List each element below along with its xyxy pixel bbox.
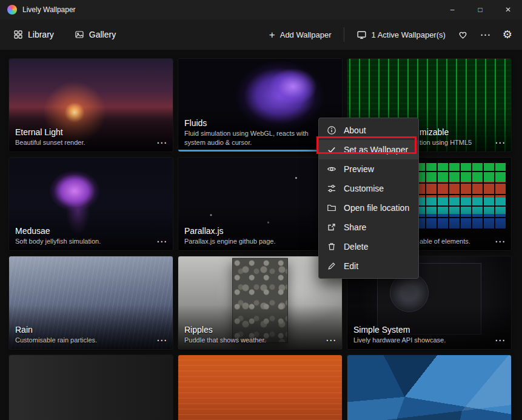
eye-icon — [327, 164, 336, 174]
wallpaper-card-parallax[interactable]: Parallax.js Parallax.js engine github pa… — [178, 158, 342, 250]
card-subtitle: able of elements. — [420, 237, 488, 246]
card-subtitle: Puddle that shows weather. — [184, 336, 319, 345]
card-text: Fluids Fluid simulation using WebGL, rea… — [184, 118, 319, 147]
card-title: mizable — [420, 127, 488, 137]
card-subtitle: Customisable rain particles. — [15, 336, 150, 345]
wallpaper-card-row4-2[interactable] — [178, 355, 342, 420]
menu-item-label: About — [344, 125, 366, 135]
grid-icon — [13, 30, 23, 39]
menu-item-label: Delete — [344, 242, 368, 252]
wallpaper-thumbnail — [347, 355, 511, 420]
card-text: Ripples Puddle that shows weather. — [184, 325, 319, 345]
card-more-button[interactable]: ⋯ — [495, 136, 506, 149]
info-icon — [327, 125, 336, 135]
card-subtitle: tion using HTML5 — [420, 138, 488, 147]
menu-item-label: Share — [344, 222, 366, 232]
context-menu: About Set as Wallpaper Preview Customise… — [318, 118, 419, 279]
ellipsis-icon: ⋯ — [480, 29, 490, 41]
card-subtitle: Beautiful sunset render. — [15, 138, 150, 147]
add-wallpaper-button[interactable]: + Add Wallpaper — [269, 30, 332, 40]
window-title: Lively Wallpaper — [22, 5, 76, 14]
card-more-button[interactable]: ⋯ — [326, 334, 336, 347]
wallpaper-thumbnail — [9, 355, 173, 420]
close-button[interactable]: ✕ — [494, 0, 522, 19]
menu-item-label: Open file location — [344, 203, 409, 213]
share-icon — [327, 222, 336, 232]
menu-item-set-as-wallpaper[interactable]: Set as Wallpaper — [319, 140, 418, 159]
card-subtitle: Parallax.js engine github page. — [184, 237, 319, 246]
card-more-button[interactable]: ⋯ — [156, 334, 167, 347]
card-title: Parallax.js — [184, 226, 319, 236]
menu-item-open-file-location[interactable]: Open file location — [319, 198, 418, 218]
menu-item-share[interactable]: Share — [319, 218, 418, 237]
card-text: Simple System Lively hardware API showca… — [353, 325, 488, 345]
card-title: Medusae — [15, 226, 150, 236]
wallpaper-card-medusae[interactable]: Medusae Soft body jellyfish simulation. … — [9, 158, 173, 250]
menu-item-label: Set as Wallpaper — [344, 145, 408, 155]
menu-item-label: Preview — [344, 164, 374, 174]
menu-item-preview[interactable]: Preview — [319, 159, 418, 179]
card-title: Simple System — [353, 325, 488, 335]
maximize-button[interactable]: □ — [466, 0, 494, 19]
heart-icon — [458, 30, 468, 40]
favorites-button[interactable] — [458, 30, 468, 40]
menu-item-label: Customise — [344, 184, 384, 193]
settings-button[interactable]: ⚙ — [503, 29, 512, 40]
card-text: Medusae Soft body jellyfish simulation. — [15, 226, 150, 246]
card-text: Parallax.js Parallax.js engine github pa… — [184, 226, 319, 246]
minimize-button[interactable]: – — [438, 0, 466, 19]
wallpaper-card-row4-3[interactable] — [347, 355, 511, 420]
card-text: Rain Customisable rain particles. — [15, 325, 150, 345]
more-options-button[interactable]: ⋯ — [480, 30, 490, 40]
folder-icon — [327, 203, 336, 213]
wallpaper-thumbnail — [178, 355, 342, 420]
add-wallpaper-label: Add Wallpaper — [280, 30, 332, 39]
window-controls: – □ ✕ — [438, 0, 522, 19]
toolbar: Library Gallery + Add Wallpaper 1 Active… — [0, 19, 522, 50]
lively-wallpaper-window: Lively Wallpaper – □ ✕ Library Gallery +… — [0, 0, 522, 420]
menu-item-delete[interactable]: Delete — [319, 237, 418, 256]
card-subtitle: Soft body jellyfish simulation. — [15, 237, 150, 246]
wallpaper-grid: Eternal Light Beautiful sunset render. ⋯… — [0, 50, 522, 420]
card-subtitle: Fluid simulation using WebGL, reacts wit… — [184, 129, 319, 147]
card-text: mizable tion using HTML5 — [420, 127, 488, 147]
plus-icon: + — [269, 30, 275, 40]
card-title: Ripples — [184, 325, 319, 335]
menu-item-edit[interactable]: Edit — [319, 256, 418, 276]
image-icon — [75, 30, 84, 39]
wallpaper-card-ripples[interactable]: Ripples Puddle that shows weather. ⋯ — [178, 256, 342, 349]
gear-icon: ⚙ — [503, 28, 512, 41]
check-icon — [327, 145, 336, 155]
card-more-button[interactable]: ⋯ — [495, 334, 506, 347]
card-subtitle: Lively hardware API showcase. — [353, 336, 488, 345]
card-more-button[interactable]: ⋯ — [156, 235, 167, 248]
monitor-icon — [356, 30, 367, 40]
card-text: able of elements. — [420, 236, 488, 246]
trash-icon — [327, 242, 336, 252]
wallpaper-card-fluids[interactable]: Fluids Fluid simulation using WebGL, rea… — [178, 59, 342, 152]
menu-item-about[interactable]: About — [319, 121, 418, 140]
wallpaper-card-row4-1[interactable] — [9, 355, 173, 420]
active-wallpapers-button[interactable]: 1 Active Wallpaper(s) — [356, 30, 446, 40]
card-title: Eternal Light — [15, 127, 150, 137]
app-logo-icon — [7, 5, 17, 15]
pencil-icon — [327, 261, 336, 271]
tab-gallery-label: Gallery — [89, 30, 116, 39]
card-more-button[interactable]: ⋯ — [156, 136, 167, 149]
menu-item-customise[interactable]: Customise — [319, 179, 418, 198]
wallpaper-card-rain[interactable]: Rain Customisable rain particles. ⋯ — [9, 256, 173, 349]
active-wallpaper-indicator — [178, 150, 342, 152]
wallpaper-card-eternal-light[interactable]: Eternal Light Beautiful sunset render. ⋯ — [9, 59, 173, 152]
toolbar-right: + Add Wallpaper 1 Active Wallpaper(s) ⋯ … — [269, 27, 512, 42]
active-wallpapers-label: 1 Active Wallpaper(s) — [372, 30, 446, 39]
title-bar: Lively Wallpaper – □ ✕ — [0, 0, 522, 19]
menu-item-label: Edit — [344, 261, 358, 271]
card-title: Rain — [15, 325, 150, 335]
card-title: Fluids — [184, 118, 319, 128]
card-more-button[interactable]: ⋯ — [495, 235, 506, 248]
tab-gallery[interactable]: Gallery — [71, 25, 119, 44]
tab-library[interactable]: Library — [10, 25, 58, 44]
tab-library-label: Library — [28, 30, 54, 39]
toolbar-divider — [344, 27, 344, 42]
customise-icon — [327, 184, 336, 193]
